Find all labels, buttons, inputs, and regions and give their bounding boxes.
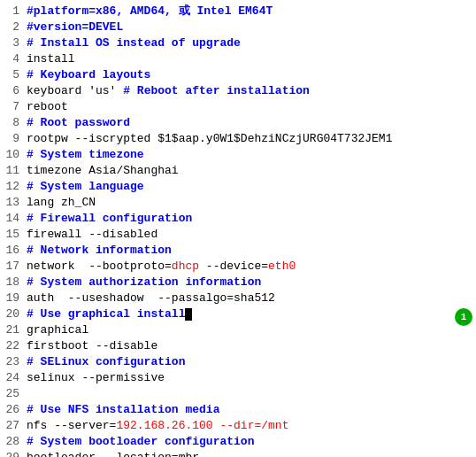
line-number: 15 — [0, 227, 19, 243]
line-text: # System language — [27, 179, 144, 195]
line-text: nfs --server=192.168.26.100 --dir=/mnt — [27, 418, 288, 434]
line-text: auth --useshadow --passalgo=sha512 — [27, 290, 275, 306]
line-text: # SELinux configuration — [27, 354, 185, 370]
line-text: # System timezone — [27, 147, 144, 163]
code-line: 8# Root password — [0, 115, 476, 131]
line-text: # Root password — [27, 115, 130, 131]
code-line: 23# SELinux configuration — [0, 354, 476, 370]
code-line: 24selinux --permissive — [0, 370, 476, 386]
line-text: # Keyboard layouts — [27, 67, 150, 83]
line-text: reboot — [27, 99, 68, 115]
line-number: 12 — [0, 179, 19, 195]
line-number: 29 — [0, 450, 19, 457]
code-line: 29bootloader --location=mbr — [0, 450, 476, 457]
text-cursor — [185, 308, 192, 321]
code-line: 1#platform=x86, AMD64, 或 Intel EM64T — [0, 4, 476, 19]
line-number: 13 — [0, 195, 19, 211]
line-number: 10 — [0, 147, 19, 163]
line-number: 3 — [0, 35, 19, 51]
line-number: 27 — [0, 418, 19, 434]
line-text: # Network information — [27, 243, 172, 259]
line-number: 26 — [0, 402, 19, 418]
line-number: 4 — [0, 51, 19, 67]
line-text: rootpw --iscrypted $1$aap.y0W1$DehziNCzj… — [27, 131, 392, 147]
code-line: 25 — [0, 386, 476, 402]
line-number: 23 — [0, 354, 19, 370]
line-number: 22 — [0, 338, 19, 354]
line-number: 5 — [0, 67, 19, 83]
line-text: # System bootloader configuration — [27, 434, 254, 450]
code-line: 20# Use graphical install1 — [0, 306, 476, 322]
line-number: 18 — [0, 275, 19, 290]
line-number: 7 — [0, 99, 19, 115]
line-text: install — [27, 51, 75, 67]
line-number: 17 — [0, 259, 19, 275]
line-text: #version=DEVEL — [27, 19, 123, 35]
line-number: 2 — [0, 19, 19, 35]
line-number: 9 — [0, 131, 19, 147]
line-number: 28 — [0, 434, 19, 450]
line-text: keyboard 'us' # Reboot after installatio… — [27, 83, 310, 99]
code-line: 10# System timezone — [0, 147, 476, 163]
code-line: 15firewall --disabled — [0, 227, 476, 243]
line-number: 1 — [0, 4, 19, 19]
line-number: 25 — [0, 386, 19, 402]
code-line: 11timezone Asia/Shanghai — [0, 163, 476, 179]
line-text: # Use graphical install — [27, 306, 192, 322]
line-text: graphical — [27, 322, 88, 338]
code-line: 17network --bootproto=dhcp --device=eth0 — [0, 259, 476, 275]
line-text: firewall --disabled — [27, 227, 157, 243]
code-line: 26# Use NFS installation media — [0, 402, 476, 418]
line-text: network --bootproto=dhcp --device=eth0 — [27, 259, 296, 275]
code-line: 7reboot — [0, 99, 476, 115]
line-number: 24 — [0, 370, 19, 386]
code-line: 12# System language — [0, 179, 476, 195]
code-line: 22firstboot --disable — [0, 338, 476, 354]
line-number: 16 — [0, 243, 19, 259]
code-line: 21graphical — [0, 322, 476, 338]
code-line: 18# System authorization information — [0, 275, 476, 290]
line-text: selinux --permissive — [27, 370, 165, 386]
code-line: 28# System bootloader configuration — [0, 434, 476, 450]
code-editor: 1#platform=x86, AMD64, 或 Intel EM64T2#ve… — [0, 0, 476, 457]
code-line: 2#version=DEVEL — [0, 19, 476, 35]
code-line: 27nfs --server=192.168.26.100 --dir=/mnt — [0, 418, 476, 434]
line-number: 14 — [0, 211, 19, 227]
line-text: #platform=x86, AMD64, 或 Intel EM64T — [27, 4, 273, 19]
line-text: timezone Asia/Shanghai — [27, 163, 179, 179]
line-number: 19 — [0, 290, 19, 306]
line-text: # System authorization information — [27, 275, 261, 290]
code-line: 4install — [0, 51, 476, 67]
line-number: 21 — [0, 322, 19, 338]
line-text: # Firewall configuration — [27, 211, 192, 227]
code-line: 3# Install OS instead of upgrade — [0, 35, 476, 51]
code-line: 14# Firewall configuration — [0, 211, 476, 227]
code-line: 13lang zh_CN — [0, 195, 476, 211]
code-line: 6keyboard 'us' # Reboot after installati… — [0, 83, 476, 99]
line-text: # Use NFS installation media — [27, 402, 219, 418]
code-line: 16# Network information — [0, 243, 476, 259]
code-line: 19auth --useshadow --passalgo=sha512 — [0, 290, 476, 306]
line-number: 8 — [0, 115, 19, 131]
line-text: firstboot --disable — [27, 338, 157, 354]
line-number: 20 — [0, 306, 19, 322]
line-number: 6 — [0, 83, 19, 99]
code-line: 9rootpw --iscrypted $1$aap.y0W1$DehziNCz… — [0, 131, 476, 147]
line-text: bootloader --location=mbr — [27, 450, 199, 457]
code-line: 5# Keyboard layouts — [0, 67, 476, 83]
line-text: # Install OS instead of upgrade — [27, 35, 241, 51]
line-text: lang zh_CN — [27, 195, 96, 211]
line-number: 11 — [0, 163, 19, 179]
